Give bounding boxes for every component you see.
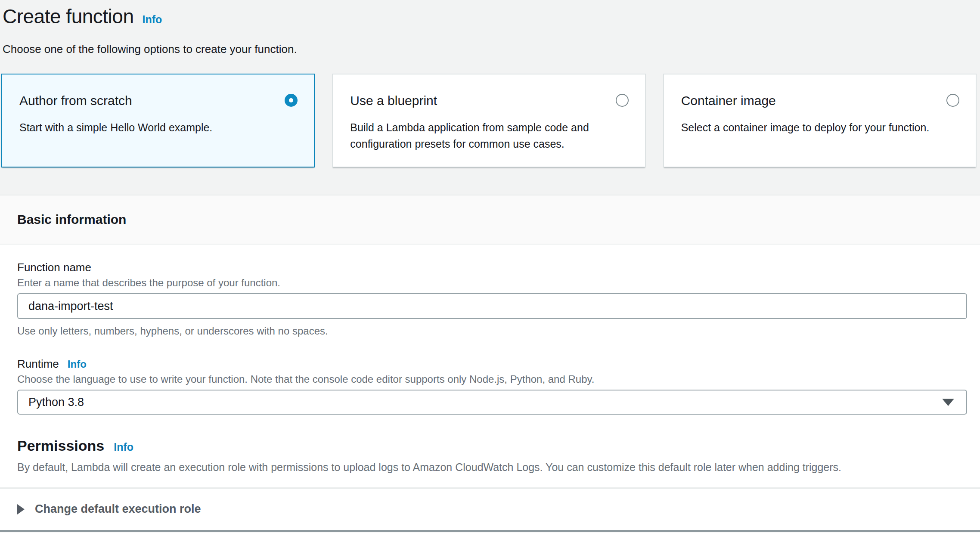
tile-title: Container image [681, 93, 776, 109]
tile-title: Use a blueprint [350, 93, 437, 109]
change-default-execution-role-label: Change default execution role [35, 502, 201, 516]
function-name-label: Function name [17, 260, 967, 274]
tile-title: Author from scratch [19, 93, 132, 109]
expand-triangle-icon [17, 504, 25, 514]
function-name-description: Enter a name that describes the purpose … [17, 277, 967, 289]
basic-information-header: Basic information [0, 195, 980, 245]
function-name-constraint: Use only letters, numbers, hyphens, or u… [17, 325, 967, 337]
page-subtitle: Choose one of the following options to c… [3, 43, 980, 56]
use-a-blueprint-radio[interactable] [616, 94, 629, 107]
tile-description: Build a Lambda application from sample c… [350, 119, 628, 152]
permissions-info-link[interactable]: Info [114, 441, 133, 453]
create-function-page: Create function Info Choose one of the f… [0, 0, 980, 533]
page-header: Create function Info Choose one of the f… [0, 0, 980, 56]
bottom-divider-bar [0, 530, 980, 532]
runtime-field-group: Runtime Info Choose the language to use … [17, 357, 967, 415]
author-from-scratch-radio-selected[interactable] [285, 94, 298, 107]
basic-information-title: Basic information [17, 212, 126, 227]
page-title-info-link[interactable]: Info [142, 13, 162, 26]
basic-information-body: Function name Enter a name that describe… [0, 245, 980, 533]
function-name-input[interactable] [17, 293, 967, 319]
tile-author-from-scratch[interactable]: Author from scratch Start with a simple … [1, 74, 315, 167]
basic-information-form: Function name Enter a name that describe… [0, 245, 980, 473]
container-image-radio[interactable] [946, 94, 959, 107]
runtime-selected-value: Python 3.8 [28, 396, 84, 409]
runtime-info-link[interactable]: Info [68, 358, 87, 370]
tile-description: Start with a simple Hello World example. [19, 119, 298, 136]
runtime-description: Choose the language to use to write your… [17, 373, 967, 385]
creation-option-tiles: Author from scratch Start with a simple … [1, 74, 977, 167]
change-default-execution-role-expander[interactable]: Change default execution role [0, 489, 980, 529]
permissions-section: Permissions Info By default, Lambda will… [17, 437, 967, 473]
tile-use-a-blueprint[interactable]: Use a blueprint Build a Lambda applicati… [332, 74, 645, 167]
chevron-down-icon [942, 399, 954, 406]
basic-information-panel: Basic information Function name Enter a … [0, 195, 980, 533]
function-name-field-group: Function name Enter a name that describe… [17, 260, 967, 337]
runtime-label: Runtime [17, 357, 59, 371]
runtime-select[interactable]: Python 3.8 [17, 390, 967, 415]
tile-description: Select a container image to deploy for y… [681, 119, 959, 136]
permissions-description: By default, Lambda will create an execut… [17, 461, 967, 473]
page-title: Create function [3, 4, 133, 28]
permissions-title: Permissions [17, 437, 104, 454]
tile-container-image[interactable]: Container image Select a container image… [663, 74, 977, 167]
